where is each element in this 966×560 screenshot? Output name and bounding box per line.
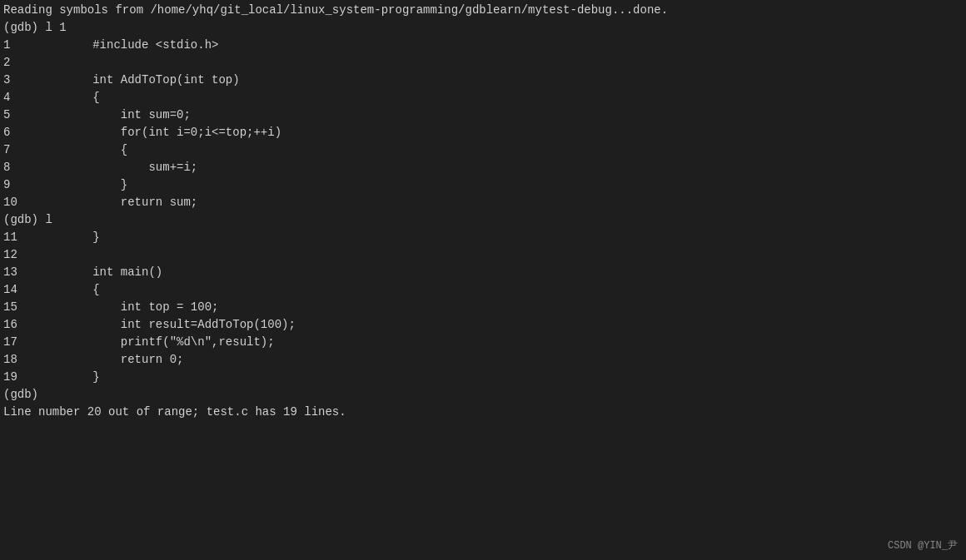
code-line-8: 8 sum+=i; — [0, 159, 966, 176]
code-line-13: 13 int main() — [0, 264, 966, 281]
code-line-12: 12 — [0, 246, 966, 264]
gdb-l1-prompt: (gdb) l 1 — [0, 19, 966, 37]
code-line-17: 17 printf("%d\n",result); — [0, 334, 966, 351]
reading-line: Reading symbols from /home/yhq/git_local… — [0, 2, 966, 19]
code-line-3: 3 int AddToTop(int top) — [0, 72, 966, 89]
terminal: Reading symbols from /home/yhq/git_local… — [0, 0, 966, 560]
watermark: CSDN @YIN_尹 — [888, 538, 958, 553]
code-line-16: 16 int result=AddToTop(100); — [0, 316, 966, 334]
gdb-l-prompt: (gdb) l — [0, 211, 966, 229]
code-line-4: 4 { — [0, 89, 966, 107]
code-line-14: 14 { — [0, 281, 966, 299]
code-line-11: 11 } — [0, 229, 966, 246]
code-line-10: 10 return sum; — [0, 194, 966, 211]
code-line-19: 19 } — [0, 369, 966, 386]
code-line-18: 18 return 0; — [0, 351, 966, 369]
code-line-15: 15 int top = 100; — [0, 299, 966, 316]
code-line-9: 9 } — [0, 176, 966, 194]
code-line-2: 2 — [0, 54, 966, 72]
code-line-7: 7 { — [0, 141, 966, 159]
bottom-message: Line number 20 out of range; test.c has … — [0, 404, 966, 421]
code-line-6: 6 for(int i=0;i<=top;++i) — [0, 124, 966, 141]
gdb-final-prompt: (gdb) — [0, 386, 966, 404]
code-line-1: 1 #include <stdio.h> — [0, 37, 966, 54]
code-line-5: 5 int sum=0; — [0, 107, 966, 124]
